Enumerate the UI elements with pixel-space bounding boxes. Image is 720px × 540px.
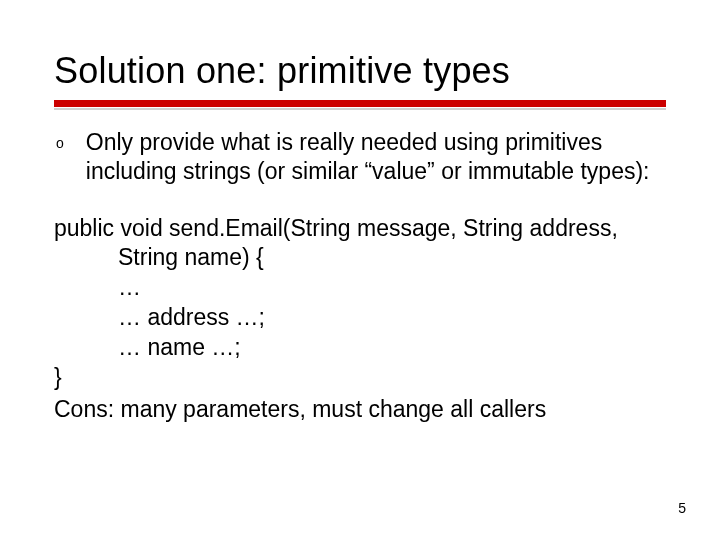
code-close-brace: }	[54, 363, 666, 393]
title-rule	[54, 100, 666, 110]
cons-line: Cons: many parameters, must change all c…	[54, 395, 666, 424]
body-area: o Only provide what is really needed usi…	[54, 128, 666, 424]
slide: Solution one: primitive types o Only pro…	[0, 0, 720, 540]
page-number: 5	[678, 500, 686, 516]
bullet-item: o Only provide what is really needed usi…	[56, 128, 666, 186]
slide-title: Solution one: primitive types	[54, 50, 666, 92]
rule-shadow-bar	[54, 108, 666, 110]
code-block: public void send.Email(String message, S…	[54, 214, 666, 393]
code-line-3: … name …;	[54, 333, 666, 363]
code-signature: public void send.Email(String message, S…	[54, 214, 666, 274]
rule-red-bar	[54, 100, 666, 107]
code-line-1: …	[54, 273, 666, 303]
code-line-2: … address …;	[54, 303, 666, 333]
square-bullet-icon: o	[56, 135, 64, 153]
bullet-text: Only provide what is really needed using…	[86, 128, 666, 186]
